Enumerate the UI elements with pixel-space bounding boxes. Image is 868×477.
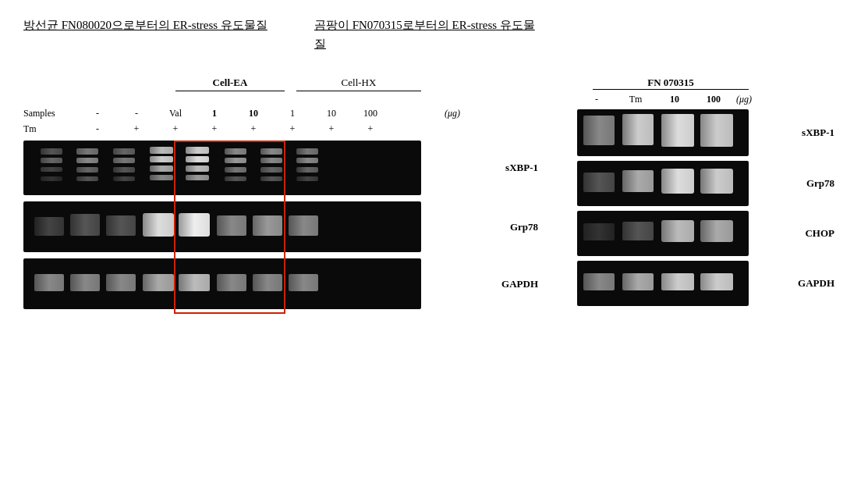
left-title-text: 방선균 FN080020으로부터의 ER-stress 유도물질 [23, 19, 267, 31]
right-col-tm: Tm [616, 94, 655, 105]
main-content: Cell-EA Cell-HX Samples - - Val 1 10 1 1… [23, 77, 845, 315]
tm-label: Tm [23, 123, 37, 135]
right-title-text: 곰팡이 FN070315로부터의 ER-stress 유도물 [314, 19, 535, 31]
left-panel: Cell-EA Cell-HX Samples - - Val 1 10 1 1… [23, 77, 484, 315]
gel-label-gapdh-left: GAPDH [501, 278, 538, 290]
right-title-text2: 질 [314, 37, 326, 50]
samples-label: Samples [23, 108, 55, 119]
header-row: Cell-EA Cell-HX [23, 77, 484, 105]
tm-val-5: + [234, 123, 273, 135]
sample-val-5: 10 [234, 108, 273, 119]
right-col-100: 100 [694, 94, 733, 105]
tm-val-7: + [312, 123, 351, 135]
title-left: 방선균 FN080020으로부터의 ER-stress 유도물질 [23, 16, 267, 53]
gel-label-grp78-left: Grp78 [510, 221, 538, 233]
right-gel-label-sxbp1: sXBP-1 [802, 126, 834, 139]
tm-val-6: + [273, 123, 312, 135]
right-gel-gapdh [577, 261, 749, 306]
gel-image-grp78-left [23, 201, 421, 252]
right-gel-label-chop: CHOP [805, 227, 834, 240]
ug-label-left: (μg) [445, 108, 460, 119]
gel-row-grp78-left: Grp78 [23, 201, 484, 252]
right-ug-label: (μg) [736, 94, 752, 105]
samples-values: - - Val 1 10 1 10 100 [78, 108, 390, 119]
cell-ea-header: Cell-EA [175, 77, 285, 91]
gel-row-sxbp1-left: sXBP-1 [23, 141, 484, 195]
tm-val-1: - [78, 123, 117, 135]
tm-row: Tm - + + + + + + + [23, 122, 484, 136]
right-col-minus: - [577, 94, 616, 105]
right-gel-label-gapdh: GAPDH [798, 277, 834, 290]
right-gel-sxbp1 [577, 109, 749, 156]
tm-values: - + + + + + + + [78, 123, 390, 135]
sample-val-8: 100 [351, 108, 390, 119]
tm-val-8: + [351, 123, 390, 135]
sample-val-2: - [117, 108, 156, 119]
right-gel-row-grp78: Grp78 [538, 161, 834, 206]
tm-val-2: + [117, 123, 156, 135]
sample-val-6: 1 [273, 108, 312, 119]
right-gel-row-sxbp1: sXBP-1 [538, 109, 834, 156]
sample-val-1: - [78, 108, 117, 119]
fn-header-label: FN 070315 [593, 77, 749, 89]
right-col-labels-row: - Tm 10 100 (μg) [577, 91, 834, 107]
right-gel-label-grp78: Grp78 [806, 177, 834, 190]
gel-image-sxbp1-left [23, 141, 421, 195]
right-gel-grp78 [577, 161, 749, 206]
tm-val-3: + [156, 123, 195, 135]
samples-row: Samples - - Val 1 10 1 10 100 (μg) [23, 106, 484, 120]
sample-val-4: 1 [195, 108, 234, 119]
right-gel-chop [577, 211, 749, 256]
title-right: 곰팡이 FN070315로부터의 ER-stress 유도물 질 [314, 16, 535, 53]
cell-hx-header: Cell-HX [296, 77, 421, 91]
right-gel-row-chop: CHOP [538, 211, 834, 256]
page-container: 방선균 FN080020으로부터의 ER-stress 유도물질 곰팡이 FN0… [0, 0, 868, 477]
right-panel: FN 070315 - Tm 10 100 (μg) [538, 77, 834, 315]
right-gel-area: sXBP-1 Grp78 [538, 109, 834, 306]
gel-image-gapdh-left [23, 258, 421, 309]
right-col-10: 10 [655, 94, 694, 105]
gel-area-left: sXBP-1 [23, 141, 484, 309]
gel-row-gapdh-left: GAPDH [23, 258, 484, 309]
sample-val-7: 10 [312, 108, 351, 119]
right-gel-row-gapdh-right: GAPDH [538, 261, 834, 306]
sample-val-3: Val [156, 108, 195, 119]
title-section: 방선균 FN080020으로부터의 ER-stress 유도물질 곰팡이 FN0… [23, 16, 845, 53]
tm-val-4: + [195, 123, 234, 135]
gel-label-sxbp1-left: sXBP-1 [505, 162, 538, 174]
